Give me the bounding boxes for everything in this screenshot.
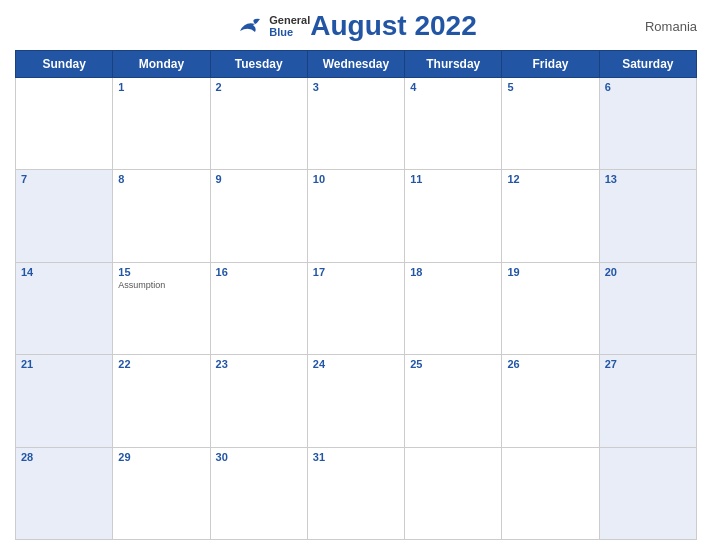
day-header-wednesday: Wednesday [307, 51, 404, 78]
day-number: 4 [410, 81, 496, 93]
calendar-cell: 23 [210, 355, 307, 447]
calendar-table: SundayMondayTuesdayWednesdayThursdayFrid… [15, 50, 697, 540]
day-number: 11 [410, 173, 496, 185]
day-number: 29 [118, 451, 204, 463]
calendar-cell: 28 [16, 447, 113, 539]
calendar-cell: 14 [16, 262, 113, 354]
calendar-body: 123456789101112131415Assumption161718192… [16, 78, 697, 540]
day-number: 14 [21, 266, 107, 278]
day-number: 30 [216, 451, 302, 463]
calendar-cell [16, 78, 113, 170]
calendar-cell: 5 [502, 78, 599, 170]
calendar-cell [502, 447, 599, 539]
day-number: 12 [507, 173, 593, 185]
calendar-cell: 6 [599, 78, 696, 170]
calendar-week-5: 28293031 [16, 447, 697, 539]
day-number: 2 [216, 81, 302, 93]
day-number: 10 [313, 173, 399, 185]
day-number: 31 [313, 451, 399, 463]
day-header-monday: Monday [113, 51, 210, 78]
day-number: 25 [410, 358, 496, 370]
calendar-cell: 8 [113, 170, 210, 262]
day-number: 27 [605, 358, 691, 370]
calendar-cell: 3 [307, 78, 404, 170]
country-label: Romania [645, 19, 697, 34]
calendar-cell: 16 [210, 262, 307, 354]
day-number: 9 [216, 173, 302, 185]
day-number: 6 [605, 81, 691, 93]
calendar-header-row: SundayMondayTuesdayWednesdayThursdayFrid… [16, 51, 697, 78]
day-number: 28 [21, 451, 107, 463]
day-number: 3 [313, 81, 399, 93]
calendar-cell: 21 [16, 355, 113, 447]
calendar-cell: 2 [210, 78, 307, 170]
calendar-cell: 15Assumption [113, 262, 210, 354]
calendar-cell: 25 [405, 355, 502, 447]
calendar-cell: 19 [502, 262, 599, 354]
day-header-thursday: Thursday [405, 51, 502, 78]
calendar-cell: 26 [502, 355, 599, 447]
calendar-cell: 1 [113, 78, 210, 170]
day-number: 18 [410, 266, 496, 278]
calendar-cell: 18 [405, 262, 502, 354]
calendar-week-2: 78910111213 [16, 170, 697, 262]
calendar-cell: 10 [307, 170, 404, 262]
logo-blue: Blue [269, 26, 310, 38]
calendar-cell: 27 [599, 355, 696, 447]
calendar-cell: 13 [599, 170, 696, 262]
calendar-cell: 11 [405, 170, 502, 262]
logo-general: General [269, 14, 310, 26]
day-number: 1 [118, 81, 204, 93]
calendar-title: August 2022 [310, 10, 477, 42]
day-header-sunday: Sunday [16, 51, 113, 78]
day-number: 13 [605, 173, 691, 185]
calendar-cell: 30 [210, 447, 307, 539]
calendar-cell: 24 [307, 355, 404, 447]
calendar-cell: 31 [307, 447, 404, 539]
calendar-week-1: 123456 [16, 78, 697, 170]
calendar-cell [599, 447, 696, 539]
calendar-cell: 17 [307, 262, 404, 354]
day-number: 15 [118, 266, 204, 278]
day-number: 21 [21, 358, 107, 370]
holiday-label: Assumption [118, 280, 204, 290]
calendar-week-4: 21222324252627 [16, 355, 697, 447]
calendar-cell [405, 447, 502, 539]
day-number: 7 [21, 173, 107, 185]
logo: General Blue [235, 14, 310, 38]
calendar-cell: 4 [405, 78, 502, 170]
day-header-saturday: Saturday [599, 51, 696, 78]
logo-text: General Blue [269, 14, 310, 38]
day-number: 5 [507, 81, 593, 93]
day-number: 16 [216, 266, 302, 278]
day-number: 22 [118, 358, 204, 370]
day-header-tuesday: Tuesday [210, 51, 307, 78]
day-number: 20 [605, 266, 691, 278]
calendar-cell: 20 [599, 262, 696, 354]
calendar-cell: 22 [113, 355, 210, 447]
day-number: 26 [507, 358, 593, 370]
logo-bird-icon [235, 16, 265, 36]
calendar-cell: 29 [113, 447, 210, 539]
calendar-cell: 12 [502, 170, 599, 262]
day-number: 17 [313, 266, 399, 278]
calendar-cell: 7 [16, 170, 113, 262]
day-number: 23 [216, 358, 302, 370]
calendar-cell: 9 [210, 170, 307, 262]
day-header-friday: Friday [502, 51, 599, 78]
day-number: 8 [118, 173, 204, 185]
calendar-header: General Blue August 2022 Romania [15, 10, 697, 42]
day-number: 19 [507, 266, 593, 278]
calendar-week-3: 1415Assumption1617181920 [16, 262, 697, 354]
day-number: 24 [313, 358, 399, 370]
